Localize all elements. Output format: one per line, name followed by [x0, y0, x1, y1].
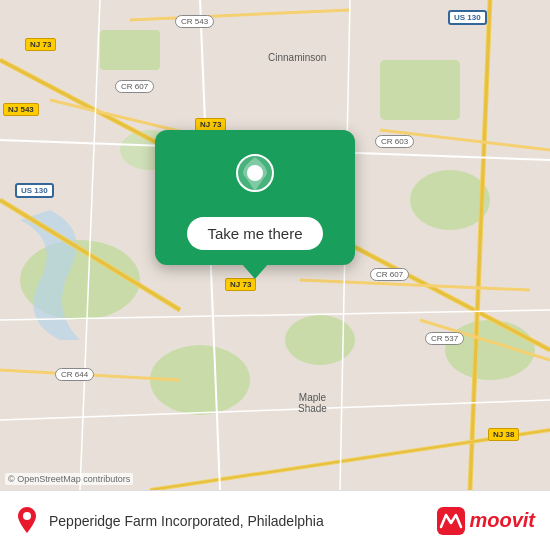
take-me-there-button[interactable]: Take me there: [187, 217, 322, 250]
bottom-bar: Pepperidge Farm Incorporated, Philadelph…: [0, 490, 550, 550]
location-name: Pepperidge Farm Incorporated, Philadelph…: [49, 513, 437, 529]
moovit-logo-text: moovit: [469, 509, 535, 532]
svg-point-31: [23, 512, 31, 520]
svg-rect-3: [380, 60, 460, 120]
pin-icon-container: [228, 150, 283, 205]
svg-point-5: [285, 315, 355, 365]
moovit-logo-icon: [437, 507, 465, 535]
popup-card: Take me there: [155, 130, 355, 265]
moovit-logo: moovit: [437, 507, 535, 535]
copyright-text: © OpenStreetMap contributors: [5, 473, 133, 485]
location-pin-icon: [230, 153, 280, 203]
svg-rect-6: [100, 30, 160, 70]
svg-point-4: [410, 170, 490, 230]
map-container: CR 543 CR 607 CR 603 CR 607 CR 644 CR 53…: [0, 0, 550, 490]
bottom-location-icon: [15, 507, 39, 535]
